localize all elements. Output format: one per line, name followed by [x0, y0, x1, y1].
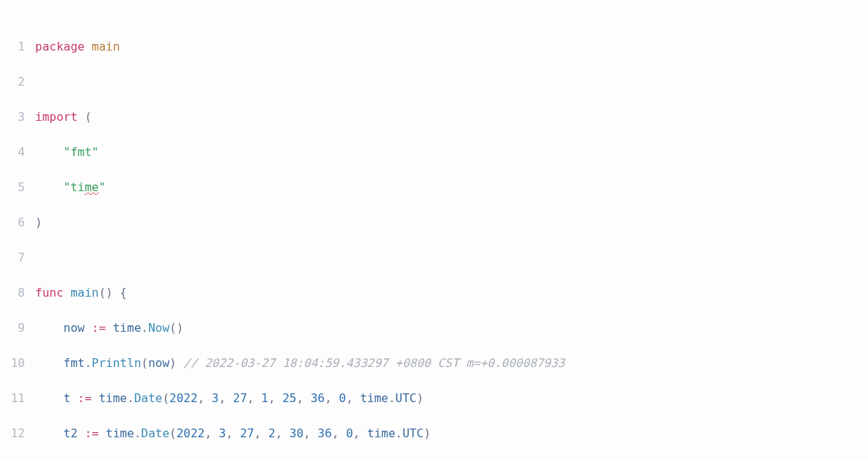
code-line: 12 t2 := time.Date(2022, 3, 27, 2, 30, 3…: [0, 425, 868, 442]
line-number: 3: [0, 108, 35, 126]
code-editor: 1package main 2 3import ( 4 "fmt" 5 "tim…: [0, 0, 868, 460]
code-line: 6): [0, 214, 868, 231]
line-number: 4: [0, 144, 35, 161]
line-number: 12: [0, 425, 35, 442]
line-number: 9: [0, 319, 35, 337]
line-number: 1: [0, 38, 35, 56]
code-line: 11 t := time.Date(2022, 3, 27, 1, 25, 36…: [0, 390, 868, 407]
line-number: 6: [0, 214, 35, 231]
error-squiggle: me: [84, 180, 98, 194]
code-line: 3import (: [0, 108, 868, 126]
line-number: 11: [0, 390, 35, 407]
code-line: 8func main() {: [0, 284, 868, 302]
code-line: 4 "fmt": [0, 144, 868, 161]
code-line: 1package main: [0, 38, 868, 56]
line-number: 10: [0, 355, 35, 372]
line-number: 5: [0, 179, 35, 196]
line-number: 8: [0, 284, 35, 302]
code-line: 9 now := time.Now(): [0, 319, 868, 337]
code-line: 10 fmt.Println(now) // 2022-03-27 18:04:…: [0, 355, 868, 372]
code-line: 5 "time": [0, 179, 868, 196]
line-number: 7: [0, 249, 35, 267]
code-content: package main: [35, 38, 868, 56]
code-line: 7: [0, 249, 868, 267]
code-line: 2: [0, 73, 868, 91]
line-number: 2: [0, 73, 35, 91]
